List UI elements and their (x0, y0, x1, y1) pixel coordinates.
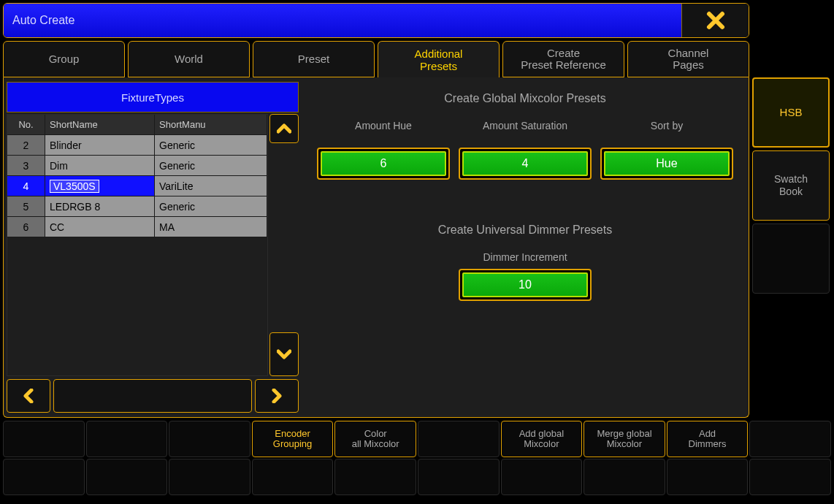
softkey-blank[interactable] (169, 421, 250, 457)
table-row[interactable]: 2BlinderGeneric (7, 135, 267, 156)
cell-no: 3 (7, 156, 45, 176)
window-title: Auto Create (4, 4, 681, 37)
fixture-types-table[interactable]: No. ShortName ShortManu 2BlinderGeneric3… (7, 114, 268, 376)
close-icon (705, 10, 726, 31)
softkey-blank[interactable] (749, 459, 831, 495)
softkey-blank[interactable] (252, 459, 334, 495)
amount-hue-button[interactable]: 6 (317, 148, 450, 180)
tab-preset[interactable]: Preset (253, 41, 375, 77)
hscroll-track[interactable] (53, 379, 252, 413)
tab-additional-presets[interactable]: Additional Presets (378, 41, 500, 79)
fixture-types-header: FixtureTypes (7, 82, 299, 112)
chevron-right-icon (272, 389, 282, 403)
scroll-up-button[interactable] (269, 114, 299, 143)
softkey-blank[interactable] (501, 459, 583, 495)
fixture-types-pane: FixtureTypes No. ShortName ShortManu 2Bl… (4, 77, 302, 417)
cell-shortname: VL3500S (45, 176, 155, 196)
dimmer-increment-button[interactable]: 10 (459, 269, 592, 301)
softkey-blank[interactable] (667, 459, 749, 495)
softkey-row-1: Encoder GroupingColor all MixcolorAdd gl… (3, 421, 831, 457)
tab-group[interactable]: Group (3, 41, 125, 77)
amount-hue-value: 6 (321, 151, 446, 176)
side-button-column: HSB Swatch Book (752, 77, 830, 294)
scroll-down-button[interactable] (269, 332, 299, 376)
softkey-encoder-grouping[interactable]: Encoder Grouping (252, 421, 334, 457)
softkey-blank[interactable] (169, 459, 250, 495)
presets-parameters-pane: Create Global Mixcolor Presets Amount Hu… (302, 77, 749, 417)
cell-shortname: Blinder (45, 135, 155, 156)
cell-shortname: LEDRGB 8 (45, 196, 155, 217)
cell-shortmanu: Generic (155, 196, 267, 217)
chevron-left-icon (23, 389, 34, 403)
cell-shortmanu: Generic (155, 156, 267, 176)
main-panel: FixtureTypes No. ShortName ShortManu 2Bl… (3, 77, 749, 418)
side-blank-button[interactable] (752, 224, 830, 294)
close-button[interactable] (681, 4, 749, 37)
softkey-merge-global-mixcolor[interactable]: Merge global Mixcolor (584, 421, 665, 457)
amount-saturation-value: 4 (462, 151, 588, 176)
cell-no: 2 (7, 135, 45, 156)
cell-no: 5 (7, 196, 45, 217)
amount-saturation-button[interactable]: 4 (459, 148, 592, 180)
dimmer-increment-value: 10 (462, 272, 588, 297)
softkey-blank[interactable] (584, 459, 665, 495)
softkey-blank[interactable] (3, 421, 85, 457)
chevron-up-icon (277, 123, 291, 134)
amount-hue-label: Amount Hue (317, 120, 450, 131)
hsb-button[interactable]: HSB (752, 77, 830, 148)
softkey-blank[interactable] (418, 459, 500, 495)
col-shortname: ShortName (45, 115, 155, 135)
chevron-down-icon (277, 349, 291, 359)
softkey-blank[interactable] (749, 421, 831, 457)
dimmer-increment-label: Dimmer Increment (309, 251, 741, 263)
sort-by-label: Sort by (600, 120, 733, 131)
tab-create-preset-reference[interactable]: Create Preset Reference (502, 41, 624, 77)
amount-saturation-label: Amount Saturation (459, 120, 592, 131)
tab-channel-pages[interactable]: Channel Pages (627, 41, 749, 77)
table-header-row: No. ShortName ShortManu (7, 115, 267, 135)
swatch-book-button[interactable]: Swatch Book (752, 150, 830, 221)
softkey-blank[interactable] (418, 421, 500, 457)
cell-no: 4 (7, 176, 45, 196)
table-row[interactable]: 5LEDRGB 8Generic (7, 196, 267, 217)
table-row[interactable]: 4VL3500SVariLite (7, 176, 267, 196)
softkey-add-global-mixcolor[interactable]: Add global Mixcolor (501, 421, 583, 457)
mixcolor-section-title: Create Global Mixcolor Presets (309, 92, 741, 105)
softkey-blank[interactable] (3, 459, 85, 495)
tab-row: Group World Preset Additional Presets Cr… (3, 41, 749, 77)
sort-by-value: Hue (604, 151, 730, 176)
dimmer-section-title: Create Universal Dimmer Presets (309, 224, 741, 237)
softkey-row-2 (3, 459, 831, 495)
scroll-left-button[interactable] (7, 379, 50, 413)
softkey-color-all-mixcolor[interactable]: Color all Mixcolor (334, 421, 416, 457)
softkey-blank[interactable] (86, 421, 168, 457)
sort-by-button[interactable]: Hue (600, 148, 733, 180)
col-no: No. (7, 115, 45, 135)
cell-shortmanu: VariLite (155, 176, 267, 196)
cell-shortmanu: Generic (155, 135, 267, 156)
tab-world[interactable]: World (128, 41, 250, 77)
cell-shortmanu: MA (155, 217, 267, 237)
table-row[interactable]: 3DimGeneric (7, 156, 267, 176)
softkey-add-dimmers[interactable]: Add Dimmers (667, 421, 749, 457)
scroll-track[interactable] (269, 143, 299, 332)
table-row[interactable]: 6CCMA (7, 217, 267, 237)
cell-no: 6 (7, 217, 45, 237)
col-shortmanu: ShortManu (155, 115, 267, 135)
cell-shortname: Dim (45, 156, 155, 176)
cell-shortname: CC (45, 217, 155, 237)
fixture-hscroll (7, 379, 299, 413)
softkey-blank[interactable] (334, 459, 416, 495)
fixture-vscroll (269, 114, 299, 376)
softkey-blank[interactable] (86, 459, 168, 495)
scroll-right-button[interactable] (255, 379, 299, 413)
